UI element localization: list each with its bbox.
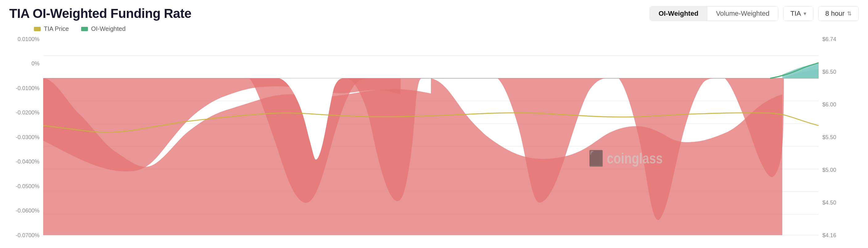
y-axis-left: 0.0100% 0% -0.0100% -0.0200% -0.0300% -0…	[9, 35, 43, 248]
legend-color-oi	[81, 27, 88, 31]
chart-wrapper: ⬛ coinglass 22 Oct 22 Oct 23 Oct 24 Oct …	[43, 35, 819, 248]
legend-label-price: TIA Price	[44, 25, 69, 32]
y-label-right-5: $4.50	[819, 199, 859, 206]
asset-selector[interactable]: TIA ▾	[783, 6, 813, 21]
oi-weighted-toggle[interactable]: OI-Weighted	[650, 6, 707, 21]
y-label-5: -0.0400%	[9, 159, 43, 165]
chart-area: 0.0100% 0% -0.0100% -0.0200% -0.0300% -0…	[9, 35, 859, 248]
legend-label-oi: OI-Weighted	[91, 25, 126, 32]
legend: TIA Price OI-Weighted	[34, 25, 859, 32]
y-label-8: -0.0700%	[9, 232, 43, 239]
legend-color-price	[34, 27, 41, 31]
legend-item-price: TIA Price	[34, 25, 69, 32]
interval-selector[interactable]: 8 hour ⇅	[818, 6, 859, 21]
main-svg: ⬛ coinglass	[43, 35, 819, 248]
y-label-right-4: $5.00	[819, 167, 859, 173]
y-label-2: -0.0100%	[9, 85, 43, 92]
toggle-group: OI-Weighted Volume-Weighted	[650, 6, 778, 21]
svg-text:⬛ coinglass: ⬛ coinglass	[589, 149, 663, 167]
chevron-down-icon: ▾	[804, 10, 806, 17]
header-row: TIA OI-Weighted Funding Rate OI-Weighted…	[9, 6, 859, 21]
chart-title: TIA OI-Weighted Funding Rate	[9, 6, 191, 21]
y-label-right-1: $6.50	[819, 69, 859, 75]
y-label-right-3: $5.50	[819, 134, 859, 141]
y-label-7: -0.0600%	[9, 208, 43, 214]
y-label-4: -0.0300%	[9, 134, 43, 141]
y-label-6: -0.0500%	[9, 183, 43, 190]
y-axis-right: $6.74 $6.50 $6.00 $5.50 $5.00 $4.50 $4.1…	[819, 35, 859, 248]
chevron-updown-icon: ⇅	[847, 10, 851, 17]
y-label-0: 0.0100%	[9, 36, 43, 42]
y-label-right-6: $4.16	[819, 232, 859, 239]
y-label-3: -0.0200%	[9, 110, 43, 116]
controls: OI-Weighted Volume-Weighted TIA ▾ 8 hour…	[650, 6, 859, 21]
y-label-1: 0%	[9, 60, 43, 67]
chart-container: TIA OI-Weighted Funding Rate OI-Weighted…	[0, 0, 868, 248]
y-label-right-2: $6.00	[819, 101, 859, 108]
y-label-right-0: $6.74	[819, 36, 859, 42]
legend-item-oi: OI-Weighted	[81, 25, 126, 32]
volume-weighted-toggle[interactable]: Volume-Weighted	[707, 6, 778, 21]
